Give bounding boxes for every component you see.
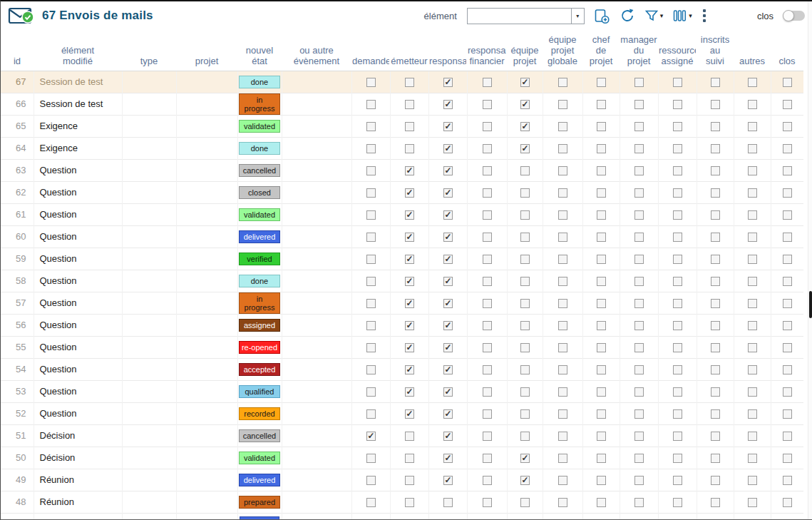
checkbox-autres[interactable] [748,476,757,485]
checkbox-ressource[interactable] [673,100,682,109]
checkbox-clos[interactable] [783,387,792,397]
checkbox-equipe_globale[interactable] [558,188,567,198]
checkbox-equipe_projet[interactable] [520,343,530,352]
table-row[interactable]: 61Questionvalidated [1,203,803,225]
table-row[interactable]: 50Décisionvalidated [1,447,803,469]
checkbox-autres[interactable] [748,299,757,308]
table-row[interactable]: 60Questiondelivered [1,225,803,248]
checkbox-manager_projet[interactable] [634,210,644,220]
element-combobox[interactable]: ▾ [467,8,585,24]
checkbox-respons_financier[interactable] [483,100,492,109]
column-header-manager_projet[interactable]: managerduprojet [620,30,658,71]
table-row[interactable]: 65Exigencevalidated [1,115,803,137]
scrollbar-thumb[interactable] [809,291,812,318]
checkbox-autres[interactable] [748,78,757,87]
checkbox-respons[interactable] [443,299,453,308]
checkbox-autres[interactable] [748,210,757,220]
checkbox-manager_projet[interactable] [634,476,644,485]
checkbox-equipe_globale[interactable] [558,343,567,352]
checkbox-emetteur[interactable] [405,299,414,308]
checkbox-demandeur[interactable] [366,387,376,397]
checkbox-equipe_globale[interactable] [558,387,567,397]
checkbox-equipe_projet[interactable] [520,299,530,308]
table-row[interactable]: 56Questionassigned [1,314,803,336]
table-row[interactable]: 63Questioncancelled [1,159,803,181]
checkbox-demandeur[interactable] [366,78,376,87]
checkbox-equipe_globale[interactable] [558,100,567,109]
checkbox-equipe_projet[interactable] [520,476,530,485]
checkbox-manager_projet[interactable] [634,365,644,374]
checkbox-equipe_projet[interactable] [520,100,530,109]
checkbox-respons[interactable] [443,122,453,131]
checkbox-respons_financier[interactable] [483,255,492,264]
column-header-equipe_globale[interactable]: équipeprojetglobale [543,30,582,71]
checkbox-emetteur[interactable] [405,321,414,330]
checkbox-inscrits[interactable] [711,166,720,175]
checkbox-respons_financier[interactable] [483,432,492,441]
checkbox-ressource[interactable] [673,188,682,198]
checkbox-clos[interactable] [783,409,792,419]
table-row[interactable]: 49Réuniondelivered [1,469,803,491]
checkbox-chef_projet[interactable] [597,365,606,374]
checkbox-emetteur[interactable] [405,188,414,198]
checkbox-manager_projet[interactable] [634,321,644,330]
checkbox-equipe_globale[interactable] [558,321,567,330]
checkbox-ressource[interactable] [673,387,682,397]
checkbox-equipe_globale[interactable] [558,255,567,264]
checkbox-inscrits[interactable] [711,365,720,374]
checkbox-inscrits[interactable] [711,78,720,87]
checkbox-chef_projet[interactable] [597,210,606,220]
checkbox-ressource[interactable] [673,277,682,286]
checkbox-ressource[interactable] [673,78,682,87]
checkbox-clos[interactable] [783,233,792,242]
checkbox-manager_projet[interactable] [634,100,644,109]
checkbox-equipe_projet[interactable] [520,233,530,242]
checkbox-emetteur[interactable] [405,343,414,352]
checkbox-demandeur[interactable] [366,299,376,308]
checkbox-ressource[interactable] [673,321,682,330]
checkbox-autres[interactable] [748,343,757,352]
checkbox-demandeur[interactable] [366,454,376,463]
checkbox-equipe_projet[interactable] [520,321,530,330]
checkbox-manager_projet[interactable] [634,78,644,87]
table-row[interactable]: 51Décisioncancelled [1,424,803,447]
table-row[interactable]: 67Session de testdone [1,71,803,93]
column-header-element[interactable]: élémentmodifié [34,30,122,71]
checkbox-respons_financier[interactable] [483,409,492,419]
checkbox-autres[interactable] [748,498,757,507]
table-row[interactable]: 58Questiondone [1,270,803,292]
checkbox-respons_financier[interactable] [483,299,492,308]
checkbox-respons_financier[interactable] [483,387,492,397]
checkbox-chef_projet[interactable] [597,188,606,198]
checkbox-manager_projet[interactable] [634,409,644,419]
checkbox-emetteur[interactable] [405,498,414,507]
checkbox-demandeur[interactable] [366,122,376,131]
checkbox-equipe_projet[interactable] [520,166,530,175]
checkbox-chef_projet[interactable] [597,166,606,175]
column-header-autres[interactable]: autres [734,30,771,71]
columns-button[interactable]: ▾ [673,9,692,22]
checkbox-emetteur[interactable] [405,387,414,397]
checkbox-inscrits[interactable] [711,387,720,397]
checkbox-respons[interactable] [443,454,453,463]
checkbox-clos[interactable] [783,498,792,507]
checkbox-respons_financier[interactable] [483,498,492,507]
checkbox-clos[interactable] [783,343,792,352]
checkbox-inscrits[interactable] [711,100,720,109]
checkbox-respons[interactable] [443,409,453,419]
checkbox-manager_projet[interactable] [634,277,644,286]
checkbox-clos[interactable] [783,454,792,463]
checkbox-demandeur[interactable] [366,476,376,485]
checkbox-manager_projet[interactable] [634,144,644,153]
checkbox-clos[interactable] [783,277,792,286]
checkbox-autres[interactable] [748,144,757,153]
table-row[interactable]: 62Questionclosed [1,181,803,203]
checkbox-manager_projet[interactable] [634,166,644,175]
checkbox-equipe_globale[interactable] [558,432,567,441]
checkbox-respons_financier[interactable] [483,277,492,286]
checkbox-equipe_projet[interactable] [520,498,530,507]
checkbox-chef_projet[interactable] [597,409,606,419]
checkbox-demandeur[interactable] [366,409,376,419]
column-header-etat[interactable]: nouvelétat [237,30,282,71]
checkbox-manager_projet[interactable] [634,498,644,507]
